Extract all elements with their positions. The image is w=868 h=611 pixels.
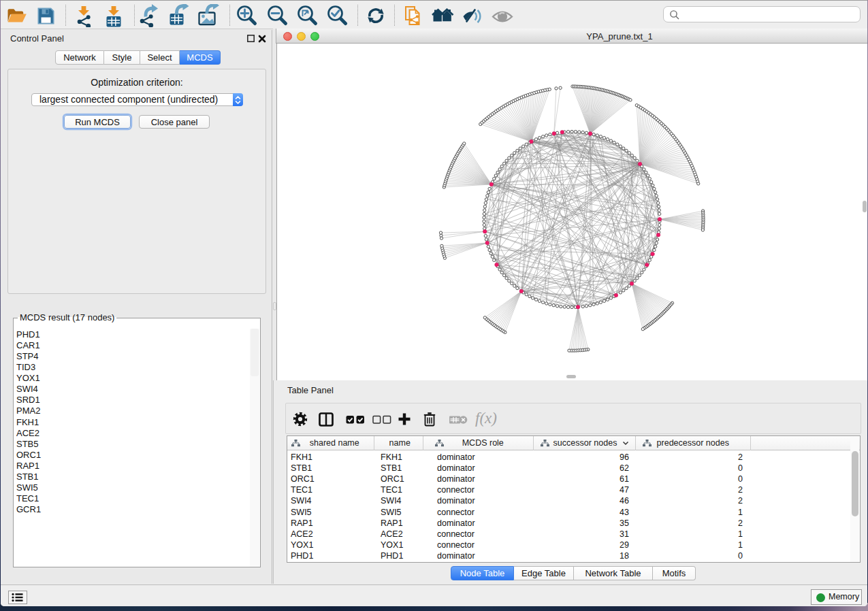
- svg-text:f(x): f(x): [475, 410, 497, 427]
